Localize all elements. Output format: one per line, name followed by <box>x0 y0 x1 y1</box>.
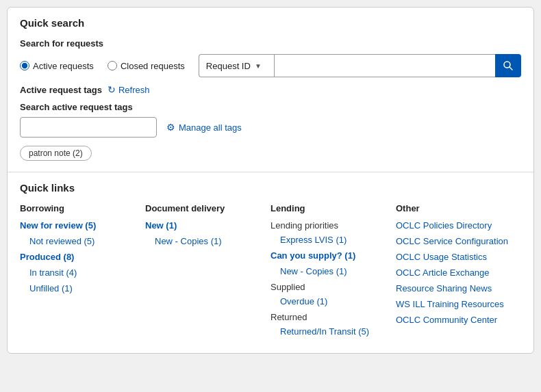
can-you-supply-link[interactable]: Can you supply? (1) <box>270 250 389 261</box>
radio-closed-requests[interactable]: Closed requests <box>108 61 185 71</box>
search-icon <box>503 60 514 71</box>
radio-closed-input[interactable] <box>108 61 117 70</box>
search-button[interactable] <box>495 54 521 77</box>
returned-in-transit-link[interactable]: Returned/In Transit (5) <box>270 326 389 337</box>
produced-link[interactable]: Produced (8) <box>20 252 138 262</box>
radio-active-input[interactable] <box>20 61 29 70</box>
radio-active-label: Active requests <box>33 61 94 71</box>
returned-subheader: Returned <box>270 312 389 322</box>
other-header: Other <box>396 203 514 213</box>
radio-row: Active requests Closed requests Request … <box>20 54 521 77</box>
manage-tags-link[interactable]: ⚙ Manage all tags <box>166 122 242 133</box>
document-delivery-column: Document delivery New (1) New - Copies (… <box>145 203 270 342</box>
new-for-review-link[interactable]: New for review (5) <box>20 220 138 231</box>
refresh-label: Refresh <box>118 85 150 95</box>
oclc-service-config-link[interactable]: OCLC Service Configuration <box>396 236 514 246</box>
dd-new-copies-link[interactable]: New - Copies (1) <box>145 236 264 246</box>
oclc-policies-link[interactable]: OCLC Policies Directory <box>396 220 514 231</box>
supplied-subheader: Supplied <box>270 282 389 292</box>
tag-pill-label: patron note (2) <box>29 148 83 158</box>
radio-active-requests[interactable]: Active requests <box>20 61 94 71</box>
lending-header: Lending <box>270 203 389 213</box>
active-request-tags-row: Active request tags ↻ Refresh <box>20 84 521 95</box>
other-column: Other OCLC Policies Directory OCLC Servi… <box>396 203 521 342</box>
ws-ill-training-link[interactable]: WS ILL Training Resources <box>396 299 514 309</box>
search-row: Request ID ▼ <box>199 54 521 77</box>
tag-search-input[interactable] <box>20 117 157 138</box>
active-request-tags-label: Active request tags <box>20 85 102 95</box>
refresh-icon: ↻ <box>108 84 116 95</box>
not-reviewed-link[interactable]: Not reviewed (5) <box>20 236 138 246</box>
oclc-usage-stats-link[interactable]: OCLC Usage Statistics <box>396 252 514 262</box>
borrowing-column: Borrowing New for review (5) Not reviewe… <box>20 203 145 342</box>
unfilled-link[interactable]: Unfilled (1) <box>20 283 138 293</box>
resource-sharing-news-link[interactable]: Resource Sharing News <box>396 283 514 293</box>
chevron-down-icon: ▼ <box>255 62 262 70</box>
quick-links-section: Quick links Borrowing New for review (5)… <box>8 172 533 353</box>
svg-line-1 <box>509 67 512 70</box>
quick-links-title: Quick links <box>20 182 521 194</box>
oclc-article-exchange-link[interactable]: OCLC Article Exchange <box>396 267 514 278</box>
refresh-link[interactable]: ↻ Refresh <box>108 84 150 95</box>
tag-search-wrapper: 🔍 <box>20 117 157 138</box>
document-delivery-header: Document delivery <box>145 203 264 213</box>
tag-search-row: 🔍 ⚙ Manage all tags <box>20 117 521 138</box>
quick-links-grid: Borrowing New for review (5) Not reviewe… <box>20 203 521 342</box>
in-transit-link[interactable]: In transit (4) <box>20 267 138 278</box>
quick-search-section: Quick search Search for requests Active … <box>8 8 533 172</box>
dd-new-link[interactable]: New (1) <box>145 220 264 231</box>
express-lvis-link[interactable]: Express LVIS (1) <box>270 235 389 245</box>
radio-closed-label: Closed requests <box>121 61 185 71</box>
overdue-link[interactable]: Overdue (1) <box>270 296 389 306</box>
patron-note-tag[interactable]: patron note (2) <box>20 146 92 161</box>
lending-column: Lending Lending priorities Express LVIS … <box>270 203 396 342</box>
request-id-dropdown[interactable]: Request ID ▼ <box>199 54 274 77</box>
oclc-community-center-link[interactable]: OCLC Community Center <box>396 315 514 325</box>
quick-search-title: Quick search <box>20 17 521 29</box>
gear-icon: ⚙ <box>166 122 175 133</box>
manage-tags-label: Manage all tags <box>179 122 242 133</box>
main-card: Quick search Search for requests Active … <box>7 7 534 354</box>
search-input[interactable] <box>274 54 495 77</box>
lending-priorities-subheader: Lending priorities <box>270 220 389 231</box>
lending-new-copies-link[interactable]: New - Copies (1) <box>270 266 389 276</box>
search-for-requests-label: Search for requests <box>20 38 521 49</box>
borrowing-header: Borrowing <box>20 203 138 213</box>
search-tags-label: Search active request tags <box>20 102 521 112</box>
dropdown-label: Request ID <box>206 61 251 71</box>
